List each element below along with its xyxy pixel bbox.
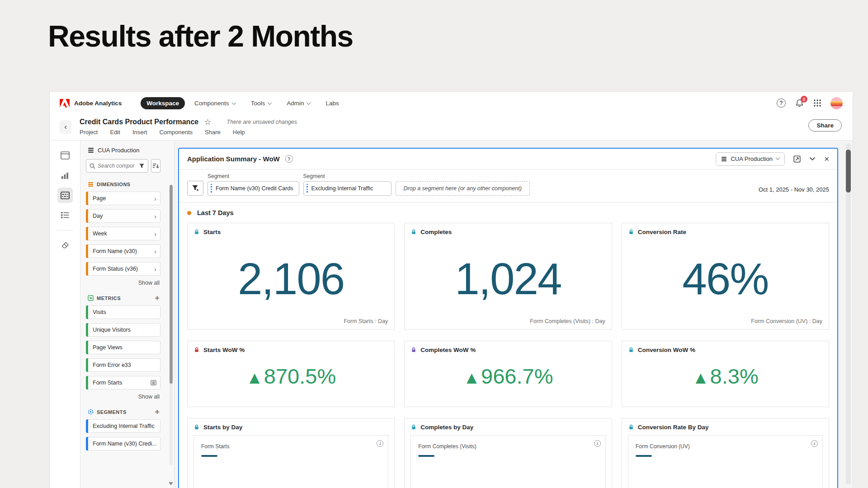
- dimensions-show-all[interactable]: Show all: [86, 280, 160, 286]
- nav-item-workspace[interactable]: Workspace: [141, 97, 185, 109]
- menu-project[interactable]: Project: [80, 129, 98, 136]
- adobe-logo-icon: [60, 99, 70, 108]
- card-title: Conversion Rate By Day: [638, 424, 709, 431]
- menu-share[interactable]: Share: [205, 129, 221, 136]
- panel-help-icon[interactable]: ?: [285, 155, 293, 163]
- panel-dataset-dropdown[interactable]: CUA Production: [716, 152, 785, 166]
- sort-button[interactable]: [151, 159, 160, 173]
- kpi-card-conversion-rate[interactable]: Conversion Rate 46% Form Conversion (UV)…: [622, 223, 829, 330]
- main-scrollbar[interactable]: [846, 143, 851, 484]
- chart-card-starts-by-day[interactable]: Starts by Day Form Starts i: [187, 418, 395, 488]
- line-chart-area[interactable]: Form Conversion (UV) i: [628, 435, 823, 488]
- dimension-item-form-name[interactable]: Form Name (v30) ›: [86, 244, 160, 258]
- lock-icon: [628, 229, 634, 235]
- nav-item-tools[interactable]: Tools: [245, 97, 278, 109]
- sidebar-scrollbar[interactable]: [170, 185, 173, 465]
- visualizations-rail-button[interactable]: [57, 168, 73, 183]
- nav-item-admin[interactable]: Admin: [281, 97, 316, 109]
- back-button[interactable]: ‹: [60, 120, 71, 134]
- segment-chip-excluding-internal-traffic[interactable]: Excluding Internal Traffic: [303, 181, 392, 196]
- expand-panel-button[interactable]: [793, 155, 801, 163]
- wow-card-conversion[interactable]: Conversion WoW % ▲8.3%: [622, 341, 829, 407]
- segment-slot-label: Segment: [303, 173, 392, 179]
- info-icon[interactable]: i: [811, 440, 818, 447]
- info-icon[interactable]: i: [594, 440, 601, 447]
- lock-icon: [411, 424, 416, 430]
- add-metric-button[interactable]: +: [155, 296, 160, 301]
- segment-drop-zone[interactable]: Drop a segment here (or any other compon…: [396, 181, 530, 196]
- close-panel-button[interactable]: ×: [824, 155, 829, 163]
- menu-help[interactable]: Help: [233, 129, 245, 136]
- kpi-card-starts[interactable]: Starts 2,106 Form Starts : Day: [187, 223, 395, 330]
- toc-rail-button[interactable]: [57, 207, 73, 223]
- dataset-icon: [88, 147, 94, 153]
- info-icon[interactable]: i: [377, 440, 383, 447]
- line-chart-area[interactable]: Form Starts i: [193, 435, 388, 488]
- left-rail: [50, 141, 80, 488]
- chevron-right-icon: ›: [154, 265, 156, 273]
- legend-label: Form Starts: [201, 443, 230, 450]
- card-title: Starts by Day: [203, 424, 242, 431]
- wow-card-starts[interactable]: Starts WoW % ▲870.5%: [187, 341, 395, 407]
- menu-insert[interactable]: Insert: [132, 129, 147, 136]
- wow-card-completes[interactable]: Completes WoW % ▲966.7%: [404, 341, 612, 407]
- nav-item-components[interactable]: Components: [189, 97, 241, 109]
- segment-chip-form-name-credit-cards[interactable]: Form Name (v30) Credit Cards: [208, 181, 299, 196]
- segment-item-excluding-internal[interactable]: Excluding Internal Traffic: [86, 419, 160, 433]
- dimension-item-page[interactable]: Page ›: [86, 192, 160, 205]
- metric-item-visits[interactable]: Visits: [86, 305, 160, 319]
- nav-item-labs[interactable]: Labs: [320, 97, 344, 109]
- panel-icon: [61, 151, 70, 160]
- card-title: Conversion Rate: [638, 229, 686, 235]
- kpi-card-completes[interactable]: Completes 1,024 Form Completes (Visits) …: [404, 223, 612, 330]
- segment-filter-button[interactable]: [187, 181, 203, 196]
- component-search[interactable]: [86, 159, 148, 173]
- eraser-rail-button[interactable]: [57, 238, 73, 253]
- chevron-right-icon: ›: [154, 230, 156, 238]
- components-rail-button[interactable]: [57, 188, 73, 203]
- dimension-item-week[interactable]: Week ›: [86, 227, 160, 240]
- user-avatar[interactable]: [830, 97, 843, 109]
- card-title: Completes: [420, 229, 452, 235]
- dimensions-icon: [88, 182, 94, 187]
- sidebar-dataset[interactable]: CUA Production: [88, 147, 160, 154]
- sidebar-scroll-down-arrow[interactable]: [169, 482, 173, 485]
- metric-item-form-starts[interactable]: Form Starts: [86, 376, 160, 389]
- eraser-icon: [61, 242, 69, 249]
- panel-header: Application Summary - WoW ? CUA Producti…: [179, 149, 837, 169]
- favorite-star-icon[interactable]: ☆: [204, 118, 211, 126]
- section-header[interactable]: Last 7 Days: [179, 202, 837, 223]
- share-button[interactable]: Share: [808, 119, 842, 131]
- lock-icon: [194, 424, 199, 430]
- metric-item-page-views[interactable]: Page Views: [86, 341, 160, 354]
- app-switcher-button[interactable]: [813, 99, 821, 107]
- chevron-down-icon: [231, 100, 236, 105]
- menu-edit[interactable]: Edit: [110, 129, 120, 136]
- wow-value: ▲966.7%: [405, 364, 611, 389]
- brand-name: Adobe Analytics: [74, 100, 122, 107]
- line-chart-area[interactable]: Form Completes (Visits) i: [410, 435, 605, 488]
- metrics-show-all[interactable]: Show all: [86, 394, 160, 400]
- menu-components[interactable]: Components: [159, 129, 193, 136]
- section-title: Last 7 Days: [197, 209, 234, 216]
- top-nav: Adobe Analytics Workspace Components Too…: [50, 92, 853, 114]
- search-input[interactable]: [98, 163, 137, 169]
- dimension-item-day[interactable]: Day ›: [86, 209, 160, 223]
- chart-card-conversion-rate-by-day[interactable]: Conversion Rate By Day Form Conversion (…: [622, 418, 829, 488]
- segment-item-form-name-credit[interactable]: Form Name (v30) Credi...: [86, 437, 160, 450]
- chart-card-completes-by-day[interactable]: Completes by Day Form Completes (Visits)…: [404, 418, 612, 488]
- help-icon[interactable]: ?: [777, 99, 786, 108]
- adobe-analytics-window: Adobe Analytics Workspace Components Too…: [50, 92, 853, 488]
- dataset-icon: [721, 156, 727, 162]
- add-segment-button[interactable]: +: [155, 409, 160, 415]
- collapse-panel-button[interactable]: [809, 157, 816, 161]
- card-title: Starts WoW %: [203, 347, 245, 353]
- date-range[interactable]: Oct 1, 2025 - Nov 30, 2025: [759, 186, 829, 193]
- dimension-item-form-status[interactable]: Form Status (v36) ›: [86, 262, 160, 276]
- panels-rail-button[interactable]: [57, 148, 73, 163]
- metric-item-form-error[interactable]: Form Error e33: [86, 358, 160, 372]
- notifications-button[interactable]: 2: [795, 99, 804, 108]
- metric-item-unique-visitors[interactable]: Unique Visitors: [86, 323, 160, 337]
- project-menu: Project Edit Insert Components Share Hel…: [80, 129, 842, 136]
- kpi-footer: Form Completes (Visits) : Day: [530, 318, 605, 324]
